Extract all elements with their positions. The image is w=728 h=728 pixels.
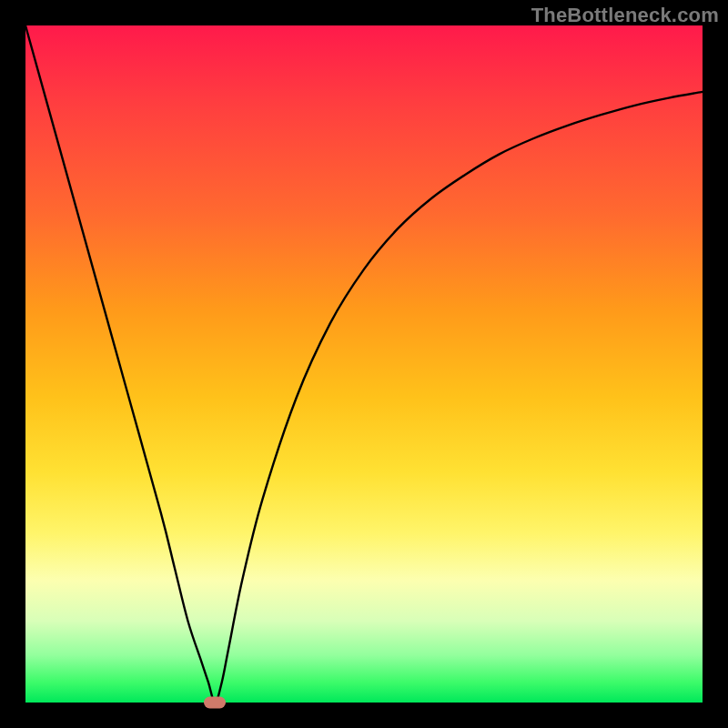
min-point-marker xyxy=(204,697,226,709)
watermark-text: TheBottleneck.com xyxy=(531,4,719,27)
plot-area xyxy=(25,25,703,703)
bottleneck-curve xyxy=(25,25,703,703)
curve-svg xyxy=(25,25,703,703)
chart-frame: TheBottleneck.com xyxy=(0,0,728,728)
